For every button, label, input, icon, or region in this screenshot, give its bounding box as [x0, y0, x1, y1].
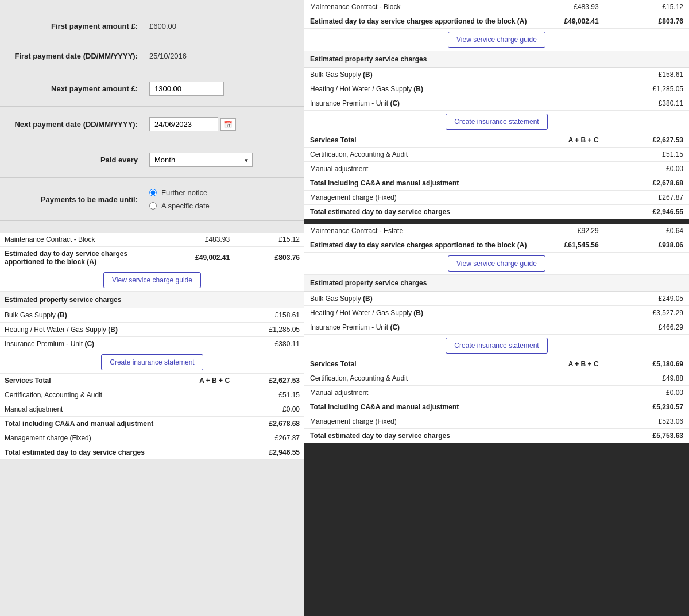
right-top-maintenance-amt1: £483.93: [535, 0, 605, 14]
right-bottom-estimated-day-amt2: £938.06: [605, 238, 689, 253]
left-manual-adj-mid: [168, 402, 235, 417]
estimated-day-amt1: £49,002.41: [168, 247, 235, 269]
paid-every-select-wrapper: Month Week Year ▼: [149, 153, 253, 167]
right-top-total-caa-row: Total including CA&A and manual adjustme…: [304, 176, 689, 191]
create-insurance-statement-button-left[interactable]: Create insurance statement: [101, 354, 203, 370]
left-total-estimated-amt: £2,946.55: [234, 445, 304, 460]
paid-every-field[interactable]: Month Week Year ▼: [149, 153, 293, 167]
right-top-total-caa-amt: £2,678.68: [605, 176, 689, 191]
right-top-insurance-bold: (C): [390, 99, 400, 107]
right-top-services-total-amt: £2,627.53: [605, 133, 689, 148]
right-top-heating-bold: (B): [413, 85, 423, 93]
create-insurance-statement-button-right-bottom[interactable]: Create insurance statement: [446, 338, 547, 354]
next-payment-amount-label: Next payment amount £:: [11, 84, 149, 93]
right-bottom-management-mid: [535, 414, 605, 429]
right-bottom-estimated-day-row: Estimated day to day service charges app…: [304, 238, 689, 253]
view-service-charge-guide-button-right-top[interactable]: View service charge guide: [448, 32, 545, 48]
right-top-insurance-amt: £380.11: [605, 96, 689, 111]
right-top-create-insurance-cell: Create insurance statement: [304, 111, 689, 133]
left-manual-adj-label: Manual adjustment: [0, 402, 168, 417]
right-bottom-services-total-amt: £5,180.69: [605, 357, 689, 371]
next-payment-date-field: 📅: [149, 117, 293, 131]
next-payment-date-row: Next payment date (DD/MM/YYYY): 📅: [0, 107, 304, 142]
right-top-management-row: Management charge (Fixed) £267.87: [304, 191, 689, 205]
right-top-heating-row: Heating / Hot Water / Gas Supply (B) £1,…: [304, 82, 689, 96]
right-bottom-view-guide-cell: View service charge guide: [304, 253, 689, 275]
view-service-charge-guide-button-right-bottom[interactable]: View service charge guide: [448, 255, 545, 272]
maintenance-block-amt2: £15.12: [234, 233, 304, 247]
first-payment-date-row: First payment date (DD/MM/YYYY): 25/10/2…: [0, 41, 304, 71]
right-top-create-insurance-row: Create insurance statement: [304, 111, 689, 133]
calendar-icon-button[interactable]: 📅: [220, 118, 236, 131]
right-top-total-caa-label: Total including CA&A and manual adjustme…: [304, 176, 535, 191]
right-top-view-guide-cell: View service charge guide: [304, 29, 689, 51]
first-payment-date-label: First payment date (DD/MM/YYYY):: [11, 52, 149, 60]
paid-every-label: Paid every: [11, 156, 149, 164]
right-panel-inner: Maintenance Contract - Block £483.93 £15…: [304, 0, 689, 443]
right-panel: Maintenance Contract - Block £483.93 £15…: [304, 0, 689, 616]
dark-separator: [304, 219, 689, 222]
right-top-total-estimated-label: Total estimated day to day service charg…: [304, 205, 535, 219]
specific-date-option[interactable]: A specific date: [149, 202, 293, 210]
next-payment-date-input[interactable]: [149, 117, 218, 131]
right-top-estimated-day-row: Estimated day to day service charges app…: [304, 14, 689, 29]
right-bottom-bulk-gas-mid: [535, 292, 605, 306]
right-top-insurance-row: Insurance Premium - Unit (C) £380.11: [304, 96, 689, 111]
view-service-charge-guide-button-left[interactable]: View service charge guide: [103, 272, 201, 288]
right-top-block: Maintenance Contract - Block £483.93 £15…: [304, 0, 689, 219]
left-insurance-mid: [168, 337, 235, 351]
left-bulk-gas-label: Bulk Gas Supply (B): [0, 308, 168, 323]
left-service-charge-block: Maintenance Contract - Block £483.93 £15…: [0, 233, 304, 460]
right-bottom-insurance-bold: (C): [390, 323, 400, 331]
next-payment-date-label: Next payment date (DD/MM/YYYY):: [11, 120, 149, 129]
further-notice-label: Further notice: [161, 188, 207, 197]
estimated-day-amt2: £803.76: [234, 247, 304, 269]
further-notice-option[interactable]: Further notice: [149, 188, 293, 197]
estimated-day-row: Estimated day to day service charges app…: [0, 247, 304, 269]
right-bottom-create-insurance-row: Create insurance statement: [304, 335, 689, 357]
right-bottom-total-estimated-row: Total estimated day to day service charg…: [304, 429, 689, 443]
right-top-certification-label: Certification, Accounting & Audit: [304, 148, 535, 162]
next-payment-amount-input[interactable]: [149, 82, 224, 96]
right-bottom-manual-adj-row: Manual adjustment £0.00: [304, 386, 689, 400]
payments-until-row: Payments to be made until: Further notic…: [0, 178, 304, 221]
right-bottom-block: Maintenance Contract - Estate £92.29 £0.…: [304, 224, 689, 443]
right-top-management-mid: [535, 191, 605, 205]
create-insurance-statement-button-right-top[interactable]: Create insurance statement: [446, 114, 547, 130]
right-bottom-manual-adj-label: Manual adjustment: [304, 386, 535, 400]
next-payment-amount-field[interactable]: [149, 82, 293, 96]
right-bottom-insurance-mid: [535, 320, 605, 335]
right-top-manual-adj-mid: [535, 162, 605, 176]
right-bottom-create-insurance-cell: Create insurance statement: [304, 335, 689, 357]
further-notice-radio[interactable]: [149, 189, 157, 196]
paid-every-select[interactable]: Month Week Year: [149, 153, 253, 167]
left-total-caa-row: Total including CA&A and manual adjustme…: [0, 417, 304, 431]
maintenance-block-label: Maintenance Contract - Block: [0, 233, 168, 247]
left-insurance-bold: (C): [84, 340, 94, 348]
right-bottom-insurance-label: Insurance Premium - Unit (C): [304, 320, 535, 335]
left-bulk-gas-bold: (B): [57, 311, 67, 319]
right-bottom-bulk-gas-amt: £249.05: [605, 292, 689, 306]
right-top-certification-row: Certification, Accounting & Audit £51.15: [304, 148, 689, 162]
right-bottom-heating-bold: (B): [413, 309, 423, 317]
right-top-estimated-day-amt2: £803.76: [605, 14, 689, 29]
first-payment-amount-value: £600.00: [149, 22, 293, 30]
first-payment-amount-row: First payment amount £: £600.00: [0, 11, 304, 41]
right-bottom-maintenance-label: Maintenance Contract - Estate: [304, 224, 535, 238]
right-bottom-certification-row: Certification, Accounting & Audit £49.88: [304, 371, 689, 386]
left-bulk-gas-mid: [168, 308, 235, 323]
right-top-management-label: Management charge (Fixed): [304, 191, 535, 205]
next-payment-amount-row: Next payment amount £:: [0, 71, 304, 107]
left-certification-mid: [168, 388, 235, 402]
right-top-insurance-label: Insurance Premium - Unit (C): [304, 96, 535, 111]
specific-date-radio[interactable]: [149, 202, 157, 210]
right-bottom-estimated-day-label: Estimated day to day service charges app…: [304, 238, 535, 253]
view-guide-cell-left: View service charge guide: [0, 269, 304, 292]
right-top-total-estimated-row: Total estimated day to day service charg…: [304, 205, 689, 219]
right-bottom-total-estimated-label: Total estimated day to day service charg…: [304, 429, 535, 443]
right-top-maintenance-amt2: £15.12: [605, 0, 689, 14]
first-payment-amount-label: First payment amount £:: [11, 22, 149, 30]
paid-every-row: Paid every Month Week Year ▼: [0, 142, 304, 178]
payments-until-radio-group: Further notice A specific date: [149, 188, 293, 210]
left-create-insurance-cell: Create insurance statement: [0, 351, 304, 374]
